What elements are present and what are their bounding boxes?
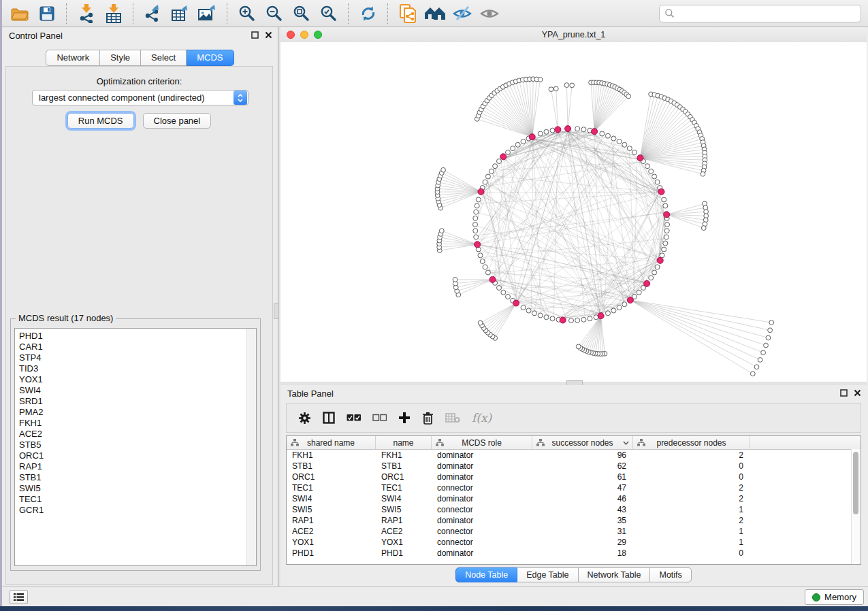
export-network-icon [144, 4, 163, 23]
hide-selected-button[interactable] [449, 2, 476, 25]
show-all-button[interactable] [476, 2, 503, 25]
float-panel-icon[interactable] [840, 389, 848, 397]
save-session-button[interactable] [33, 2, 61, 25]
refresh-button[interactable] [355, 2, 382, 25]
scrollbar-thumb[interactable] [853, 452, 858, 514]
zoom-selected-button[interactable] [315, 2, 342, 25]
list-item[interactable]: PHD1 [15, 331, 256, 342]
import-table-button[interactable] [100, 2, 127, 25]
mcds-result-list[interactable]: PHD1 CAR1 STP4 TID3 YOX1 SWI4 SRD1 PMA2 … [14, 328, 257, 566]
list-item[interactable]: ORC1 [15, 450, 256, 461]
tab-network-table[interactable]: Network Table [579, 567, 651, 582]
table-row[interactable]: TEC1TEC1connector472 [287, 482, 861, 493]
table-row[interactable]: RAP1RAP1dominator352 [287, 515, 861, 526]
table-row[interactable]: PHD1PHD1dominator180 [287, 548, 861, 559]
column-header-successor-nodes[interactable]: successor nodes [532, 436, 633, 449]
table-row[interactable]: SWI5SWI5connector431 [287, 504, 861, 515]
refresh-icon [359, 5, 377, 22]
criterion-select[interactable]: largest connected component (undirected) [32, 90, 248, 105]
list-item[interactable]: STP4 [15, 352, 256, 363]
list-item[interactable]: SRD1 [15, 396, 256, 407]
search-box[interactable] [659, 5, 861, 22]
close-panel-icon[interactable] [265, 31, 272, 39]
function-builder-button[interactable]: f(x) [472, 411, 492, 425]
run-mcds-button[interactable]: Run MCDS [67, 113, 134, 129]
table-row[interactable]: SWI4SWI4dominator462 [287, 493, 861, 504]
import-network-button[interactable] [73, 2, 100, 25]
network-graph[interactable] [280, 42, 867, 382]
zoom-fit-icon [293, 5, 310, 22]
list-item[interactable]: ACE2 [15, 429, 256, 440]
table-row[interactable]: ORC1ORC1dominator610 [287, 472, 861, 482]
tab-motifs[interactable]: Motifs [650, 567, 691, 582]
search-icon [664, 8, 675, 18]
list-scrollbar[interactable] [246, 329, 256, 565]
open-session-button[interactable] [6, 2, 33, 25]
tab-network[interactable]: Network [46, 50, 100, 66]
column-header-mcds-role[interactable]: MCDS role [432, 436, 532, 449]
column-header-name[interactable]: name [376, 436, 432, 449]
close-panel-button[interactable]: Close panel [143, 113, 212, 129]
clone-network-button[interactable] [394, 2, 421, 25]
list-item[interactable]: STB1 [15, 472, 256, 483]
cell-successor-nodes: 47 [532, 482, 633, 493]
list-item[interactable]: SWI4 [15, 385, 256, 396]
splitter-grip[interactable] [274, 303, 279, 319]
trash-icon [422, 412, 434, 425]
zoom-in-button[interactable] [234, 2, 261, 25]
tab-edge-table[interactable]: Edge Table [517, 567, 578, 582]
list-item[interactable]: PMA2 [15, 407, 256, 418]
close-panel-icon[interactable] [854, 389, 861, 397]
table-settings-button[interactable] [298, 412, 311, 425]
column-label: shared name [307, 438, 355, 448]
list-item[interactable]: STB5 [15, 440, 256, 450]
search-input[interactable] [675, 7, 861, 20]
cell-name: PHD1 [376, 548, 432, 559]
cell-name: STB1 [376, 461, 432, 472]
select-all-columns-button[interactable] [347, 414, 361, 422]
cell-predecessor-nodes: 2 [633, 493, 750, 504]
column-header-shared-name[interactable]: shared name [287, 436, 376, 449]
tab-style[interactable]: Style [100, 50, 141, 66]
tab-mcds[interactable]: MCDS [187, 50, 234, 66]
optimization-criterion-label: Optimization criterion: [6, 76, 272, 86]
create-column-button[interactable] [398, 412, 411, 424]
export-network-button[interactable] [140, 2, 167, 25]
first-neighbors-button[interactable] [421, 2, 449, 25]
export-image-button[interactable] [194, 2, 221, 25]
list-item[interactable]: CAR1 [15, 342, 256, 352]
mcds-tab-content: Optimization criterion: largest connecte… [5, 66, 273, 585]
table-row[interactable]: YOX1YOX1connector291 [287, 537, 861, 548]
table-row[interactable]: ACE2ACE2connector311 [287, 526, 861, 537]
list-item[interactable]: YOX1 [15, 374, 256, 385]
table-row[interactable]: STB1STB1dominator620 [287, 461, 861, 472]
column-header-predecessor-nodes[interactable]: predecessor nodes [633, 436, 750, 449]
toolbar-separator [66, 3, 67, 24]
show-column-panel-button[interactable] [323, 412, 335, 424]
zoom-fit-button[interactable] [288, 2, 315, 25]
memory-button[interactable]: Memory [805, 589, 864, 605]
list-icon [13, 593, 25, 601]
list-item[interactable]: RAP1 [15, 461, 256, 472]
tab-select[interactable]: Select [141, 50, 187, 66]
list-item[interactable]: TID3 [15, 363, 256, 374]
show-log-button[interactable] [10, 590, 28, 604]
list-item[interactable]: TEC1 [15, 494, 256, 505]
hierarchy-icon [637, 439, 645, 446]
list-item[interactable]: FKH1 [15, 418, 256, 429]
unselect-all-columns-button[interactable] [372, 414, 387, 422]
export-table-button[interactable] [167, 2, 194, 25]
delete-column-button[interactable] [422, 412, 434, 425]
network-canvas[interactable] [280, 42, 867, 382]
zoom-out-button[interactable] [261, 2, 288, 25]
tab-node-table[interactable]: Node Table [455, 567, 517, 582]
delete-table-button[interactable] [445, 412, 460, 423]
table-row[interactable]: FKH1FKH1dominator962 [287, 450, 861, 461]
list-item[interactable]: SWI5 [15, 483, 256, 494]
table-scrollbar[interactable] [851, 449, 861, 564]
float-panel-icon[interactable] [251, 31, 259, 39]
delete-table-icon [445, 412, 460, 423]
import-network-icon [78, 4, 95, 23]
list-item[interactable]: GCR1 [15, 505, 256, 516]
cell-mcds-role: dominator [432, 472, 532, 482]
